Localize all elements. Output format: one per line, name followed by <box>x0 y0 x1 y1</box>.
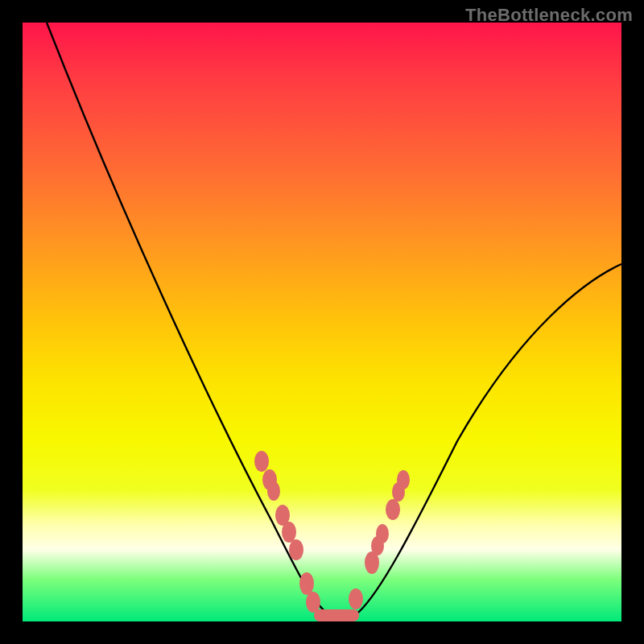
chart-svg <box>23 23 621 621</box>
marker-dot <box>289 539 303 560</box>
marker-group-right <box>349 470 410 609</box>
marker-dot <box>376 524 389 543</box>
marker-group-left <box>254 451 320 613</box>
marker-dot <box>267 481 280 501</box>
chart-frame: TheBottleneck.com <box>0 0 644 644</box>
marker-dot <box>306 592 320 613</box>
marker-dot <box>397 470 410 489</box>
marker-dot <box>282 522 296 543</box>
marker-dot <box>299 572 314 595</box>
plot-area <box>23 23 621 621</box>
marker-bar <box>314 609 359 621</box>
marker-dot <box>349 588 363 609</box>
marker-dot <box>386 499 400 520</box>
marker-dot <box>254 451 269 472</box>
watermark-text: TheBottleneck.com <box>465 5 633 26</box>
main-curve <box>47 23 621 618</box>
marker-group-bottom <box>314 609 359 621</box>
